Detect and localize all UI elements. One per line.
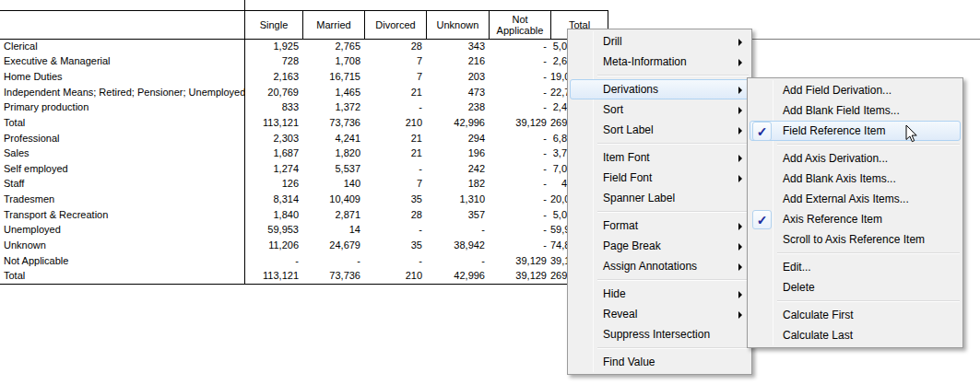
cell[interactable]: - (489, 56, 550, 66)
cell[interactable]: 210 (364, 118, 426, 128)
cell[interactable]: 73,736 (302, 271, 364, 281)
menu-item-suppress-intersection[interactable]: Suppress Intersection (570, 324, 750, 344)
row-label[interactable]: Self employed (0, 164, 244, 174)
cell[interactable]: - (364, 164, 426, 174)
cell[interactable]: 238 (426, 102, 489, 112)
cell[interactable]: 113,121 (244, 271, 302, 281)
submenu-item-axis-reference-item[interactable]: ✓Axis Reference Item (750, 209, 961, 229)
column-header-not-applicable[interactable]: Not Applicable (489, 10, 550, 39)
menu-item-derivations[interactable]: Derivations (570, 79, 750, 99)
cell[interactable]: 242 (426, 164, 489, 174)
cell[interactable]: 5,537 (302, 164, 364, 174)
row-label[interactable]: Independent Means; Retired; Pensioner; U… (0, 88, 244, 98)
cell[interactable]: 473 (426, 88, 489, 98)
cell[interactable]: 21 (364, 148, 426, 158)
cell[interactable]: - (489, 72, 550, 82)
cell[interactable]: - (489, 225, 550, 235)
menu-item-format[interactable]: Format (570, 216, 750, 236)
cell[interactable]: 21 (364, 88, 426, 98)
submenu-item-add-blank-axis-items[interactable]: Add Blank Axis Items... (750, 169, 961, 189)
cell[interactable]: 2,303 (244, 134, 302, 144)
row-label[interactable]: Professional (0, 134, 244, 144)
column-header-divorced[interactable]: Divorced (364, 10, 426, 39)
row-label[interactable]: Total (0, 118, 244, 128)
cell[interactable]: 294 (426, 134, 489, 144)
cell[interactable]: 1,708 (302, 56, 364, 66)
cell[interactable]: - (244, 256, 302, 266)
cell[interactable]: 4,241 (302, 134, 364, 144)
cell[interactable]: 2,163 (244, 72, 302, 82)
menu-item-find-value[interactable]: Find Value (570, 352, 750, 372)
submenu-item-add-blank-field-items[interactable]: Add Blank Field Items... (750, 100, 961, 121)
cell[interactable]: - (364, 225, 426, 235)
cell[interactable]: 1,820 (302, 148, 364, 158)
row-label[interactable]: Clerical (0, 41, 244, 52)
cell[interactable]: - (364, 102, 426, 112)
cell[interactable]: 210 (364, 271, 426, 281)
cell[interactable]: 216 (426, 56, 489, 66)
cell[interactable]: 39,129 (489, 256, 550, 266)
cell[interactable]: - (489, 210, 550, 220)
cell[interactable]: 42,996 (426, 118, 489, 128)
cell[interactable]: 20,769 (244, 88, 302, 98)
cell[interactable]: 140 (302, 179, 364, 189)
cell[interactable]: 38,942 (426, 240, 489, 251)
menu-item-meta-information[interactable]: Meta-Information (570, 52, 750, 72)
menu-item-field-font[interactable]: Field Font (570, 168, 750, 188)
cell[interactable]: - (489, 179, 550, 189)
cell[interactable]: 1,274 (244, 164, 302, 174)
menu-item-sort-label[interactable]: Sort Label (570, 120, 750, 140)
cell[interactable]: 1,310 (426, 194, 489, 204)
cell[interactable]: - (489, 134, 550, 144)
row-label[interactable]: Tradesmen (0, 194, 244, 204)
cell[interactable]: 28 (364, 210, 426, 220)
cell[interactable]: 21 (364, 134, 426, 144)
cell[interactable]: - (302, 256, 364, 266)
cell[interactable]: 11,206 (244, 240, 302, 251)
cell[interactable]: 113,121 (244, 118, 302, 128)
cell[interactable]: - (489, 88, 550, 98)
menu-item-reveal[interactable]: Reveal (570, 304, 750, 324)
cell[interactable]: 24,679 (302, 240, 364, 251)
menu-item-assign-annotations[interactable]: Assign Annotations (570, 256, 750, 276)
cell[interactable]: - (489, 102, 550, 112)
cell[interactable]: 203 (426, 72, 489, 82)
row-label[interactable]: Total (0, 271, 244, 281)
row-label[interactable]: Unknown (0, 240, 244, 251)
row-label[interactable]: Unemployed (0, 225, 244, 235)
submenu-item-delete[interactable]: Delete (750, 277, 961, 298)
row-label[interactable]: Primary production (0, 102, 244, 112)
cell[interactable]: 59,953 (244, 225, 302, 235)
cell[interactable]: 7 (364, 179, 426, 189)
menu-item-page-break[interactable]: Page Break (570, 236, 750, 256)
menu-item-drill[interactable]: Drill (570, 31, 750, 52)
cell[interactable]: 16,715 (302, 72, 364, 82)
cell[interactable]: - (426, 225, 489, 235)
submenu-item-add-field-derivation[interactable]: Add Field Derivation... (750, 80, 961, 100)
cell[interactable]: 42,996 (426, 271, 489, 281)
submenu-item-add-axis-derivation[interactable]: Add Axis Derivation... (750, 148, 961, 169)
cell[interactable]: - (489, 194, 550, 204)
submenu-item-field-reference-item[interactable]: ✓Field Reference Item (750, 121, 961, 141)
row-label[interactable]: Transport & Recreation (0, 210, 244, 220)
menu-item-spanner-label[interactable]: Spanner Label (570, 188, 750, 208)
cell[interactable]: 1,687 (244, 148, 302, 158)
cell[interactable]: - (489, 41, 550, 52)
cell[interactable]: 2,765 (302, 41, 364, 52)
cell[interactable]: 35 (364, 240, 426, 251)
column-header-unknown[interactable]: Unknown (426, 10, 489, 39)
cell[interactable]: - (426, 256, 489, 266)
submenu-item-scroll-to-axis-reference-item[interactable]: Scroll to Axis Reference Item (750, 229, 961, 250)
menu-item-item-font[interactable]: Item Font (570, 147, 750, 168)
row-label[interactable]: Home Duties (0, 72, 244, 82)
cell[interactable]: 39,129 (489, 271, 550, 281)
row-label[interactable]: Not Applicable (0, 256, 244, 266)
cell[interactable]: 7 (364, 56, 426, 66)
cell[interactable]: 1,840 (244, 210, 302, 220)
cell[interactable]: 126 (244, 179, 302, 189)
cell[interactable]: 357 (426, 210, 489, 220)
submenu-item-calculate-first[interactable]: Calculate First (750, 305, 961, 325)
row-label[interactable]: Staff (0, 179, 244, 189)
cell[interactable]: - (489, 240, 550, 251)
column-header-married[interactable]: Married (302, 10, 364, 39)
